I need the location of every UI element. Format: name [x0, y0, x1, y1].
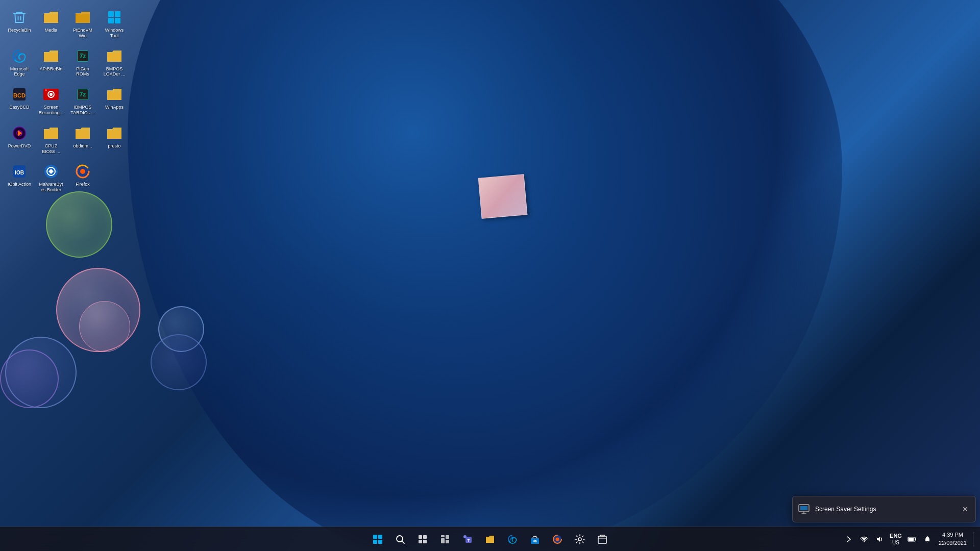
svg-rect-27 — [441, 538, 445, 543]
svg-rect-39 — [909, 538, 914, 541]
desktop-icon-malwarebytes[interactable]: MalwareBytes Builder — [36, 159, 66, 196]
windows-tool-icon — [105, 8, 124, 27]
wallpaper-swirl — [128, 0, 842, 551]
language-indicator[interactable]: ENG US — [888, 531, 904, 547]
lang-code: ENG — [890, 532, 902, 539]
desktop-sticky-note — [478, 174, 528, 219]
desktop-icon-powerdvd[interactable]: PowerDVD — [4, 121, 35, 158]
ibmpos-tardics-label: IBMPOS TARDICs ... — [69, 105, 96, 116]
svg-rect-0 — [108, 11, 114, 17]
widgets-button[interactable] — [435, 529, 455, 549]
file-explorer-button[interactable] — [480, 529, 500, 549]
battery-icon[interactable] — [905, 532, 919, 546]
easybcd-label: EasyBCD — [9, 105, 29, 110]
desktop-icon-ibmpos-tardics[interactable]: 7z IBMPOS TARDICs ... — [67, 82, 98, 119]
svg-rect-21 — [419, 535, 422, 539]
bmpos-loader-label: BMPOS LOADer ... — [101, 66, 128, 78]
svg-point-18 — [80, 169, 85, 174]
desktop-icon-winapps[interactable]: WinApps — [99, 82, 130, 119]
firefox-icon — [74, 162, 92, 181]
volume-icon[interactable] — [872, 532, 887, 546]
edge-label: Microsoft Edge — [6, 66, 33, 78]
recycle-bin-icon — [10, 8, 29, 27]
desktop-icon-obdidm[interactable]: obdidm... — [67, 121, 98, 158]
svg-point-31 — [463, 535, 467, 538]
ptenovm-label: PtEnoVM Win — [69, 28, 96, 39]
easybcd-icon: BCD — [10, 85, 29, 104]
edge-taskbar-button[interactable] — [502, 529, 523, 549]
desktop-icons-area: RecycleBin Media PtEnoVM Win Windows Too… — [0, 0, 133, 201]
iobit-icon: IOB — [10, 162, 29, 181]
screensaver-toast: Screen Saver Settings ✕ — [792, 496, 976, 522]
hidden-icons-button[interactable] — [842, 532, 856, 546]
teams-button[interactable]: T — [457, 529, 478, 549]
network-icon[interactable] — [857, 532, 871, 546]
desktop-icon-bmpos-loader[interactable]: BMPOS LOADer ... — [99, 44, 130, 81]
date-display: 22/09/2021 — [939, 539, 967, 547]
toast-title: Screen Saver Settings — [815, 506, 959, 513]
apibrebln-label: APiBReBln — [40, 66, 63, 72]
recycle-bin-label: RecycleBin — [8, 28, 31, 33]
winapps-label: WinApps — [105, 105, 124, 110]
svg-text:T: T — [468, 538, 470, 543]
start-button[interactable] — [368, 529, 388, 549]
winapps-icon — [105, 85, 124, 104]
powerdvd-label: PowerDVD — [8, 143, 31, 149]
desktop-icon-firefox[interactable]: Firefox — [67, 159, 98, 196]
clock[interactable]: 4:39 PM 22/09/2021 — [936, 530, 970, 548]
system-tray: ENG US 4:39 PM 22/0 — [842, 530, 976, 548]
svg-rect-25 — [441, 535, 445, 537]
desktop-icon-edge[interactable]: Microsoft Edge — [4, 44, 35, 81]
taskbar: T 🛍 — [0, 527, 980, 551]
obdidm-icon — [74, 124, 92, 142]
svg-rect-43 — [800, 506, 807, 510]
svg-text:🛍: 🛍 — [533, 539, 537, 543]
desktop-icon-recycle-bin[interactable]: RecycleBin — [4, 5, 35, 42]
desktop-icon-ptgen-roms[interactable]: 7z PtGen ROMs — [67, 44, 98, 81]
desktop-icon-presto[interactable]: presto — [99, 121, 130, 158]
svg-rect-40 — [915, 538, 916, 540]
presto-icon — [105, 124, 124, 142]
svg-rect-3 — [115, 18, 120, 23]
svg-rect-37 — [598, 536, 606, 543]
svg-point-9 — [45, 89, 47, 91]
notifications-icon[interactable] — [920, 532, 935, 546]
screen-recording-icon — [42, 85, 60, 104]
desktop-icon-screen-recording[interactable]: Screen Recording... — [36, 82, 66, 119]
desktop-icon-cpuz-bios[interactable]: CPUZ BIOSs ... — [36, 121, 66, 158]
presto-label: presto — [108, 143, 120, 149]
toast-icon — [797, 502, 811, 516]
ptgen-roms-icon: 7z — [74, 47, 92, 65]
desktop-background — [0, 0, 980, 551]
ptenovm-icon — [74, 8, 92, 27]
malwarebytes-icon — [42, 162, 60, 181]
store-button[interactable]: 🛍 — [525, 529, 545, 549]
media-folder-icon — [42, 8, 60, 27]
show-desktop-button[interactable] — [973, 532, 976, 546]
svg-point-8 — [50, 93, 53, 96]
firefox-taskbar-button[interactable] — [547, 529, 568, 549]
time-display: 4:39 PM — [942, 531, 963, 539]
desktop-icon-ptenovm[interactable]: PtEnoVM Win — [67, 5, 98, 42]
taskbar-center: T 🛍 — [368, 529, 612, 549]
svg-point-35 — [556, 537, 559, 541]
region-code: US — [892, 539, 899, 546]
malwarebytes-label: MalwareBytes Builder — [38, 182, 64, 193]
search-button[interactable] — [390, 529, 410, 549]
svg-rect-2 — [108, 18, 114, 23]
svg-rect-24 — [423, 540, 427, 543]
desktop-icon-apibrebln[interactable]: APiBReBln — [36, 44, 66, 81]
iobit-label: IObit Action — [8, 182, 31, 187]
desktop-icon-iobit[interactable]: IOB IObit Action — [4, 159, 35, 196]
task-view-button[interactable] — [412, 529, 433, 549]
toast-close-button[interactable]: ✕ — [959, 503, 971, 515]
desktop-icon-windows-tool[interactable]: Windows Tool — [99, 5, 130, 42]
desktop-icon-media[interactable]: Media — [36, 5, 66, 42]
desktop-icon-easybcd[interactable]: BCD EasyBCD — [4, 82, 35, 119]
file-manager-button[interactable] — [592, 529, 612, 549]
taskbar-right: ENG US 4:39 PM 22/0 — [842, 530, 976, 548]
ibmpos-tardics-icon: 7z — [74, 85, 92, 104]
apibrebln-icon — [42, 47, 60, 65]
svg-point-36 — [578, 538, 581, 541]
settings-taskbar-button[interactable] — [570, 529, 590, 549]
